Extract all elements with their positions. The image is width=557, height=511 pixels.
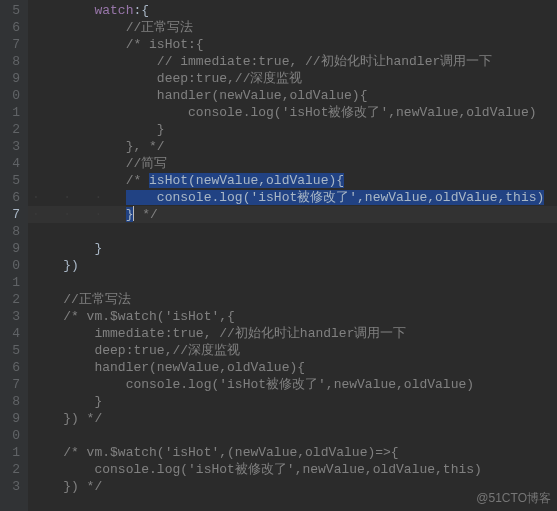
code-line[interactable]: handler(newValue,oldValue){ bbox=[28, 359, 557, 376]
whitespace-marker: · · · bbox=[32, 207, 126, 222]
code-line[interactable]: /* isHot(newValue,oldValue){ bbox=[28, 172, 557, 189]
code-token: //正常写法 bbox=[126, 20, 194, 35]
code-token: :{ bbox=[133, 3, 149, 18]
line-number: 6 bbox=[4, 189, 20, 206]
code-line[interactable]: immediate:true, //初始化时让handler调用一下 bbox=[28, 325, 557, 342]
code-line[interactable]: } bbox=[28, 240, 557, 257]
line-number: 7 bbox=[4, 36, 20, 53]
code-token: } bbox=[94, 394, 102, 409]
code-token: console.log('isHot被修改了',newValue,oldValu… bbox=[94, 462, 481, 477]
code-token: } bbox=[157, 122, 165, 137]
code-token: } bbox=[94, 241, 102, 256]
line-number: 0 bbox=[4, 87, 20, 104]
code-line[interactable]: // immediate:true, //初始化时让handler调用一下 bbox=[28, 53, 557, 70]
code-token: immediate:true, //初始化时让handler调用一下 bbox=[94, 326, 406, 341]
code-line[interactable]: //简写 bbox=[28, 155, 557, 172]
code-token: /* isHot:{ bbox=[126, 37, 204, 52]
line-number: 2 bbox=[4, 121, 20, 138]
code-line[interactable]: · · · console.log('isHot被修改了',newValue,o… bbox=[28, 189, 557, 206]
code-line[interactable]: handler(newValue,oldValue){ bbox=[28, 87, 557, 104]
code-line[interactable]: deep:true,//深度监视 bbox=[28, 70, 557, 87]
line-number: 8 bbox=[4, 53, 20, 70]
code-line[interactable]: }) */ bbox=[28, 410, 557, 427]
code-token: deep:true,//深度监视 bbox=[157, 71, 303, 86]
whitespace-marker: · · · bbox=[32, 190, 126, 205]
code-line[interactable]: deep:true,//深度监视 bbox=[28, 342, 557, 359]
line-number: 5 bbox=[4, 172, 20, 189]
line-number: 0 bbox=[4, 427, 20, 444]
line-number: 5 bbox=[4, 342, 20, 359]
line-number: 9 bbox=[4, 410, 20, 427]
watermark-text: @51CTO博客 bbox=[476, 490, 551, 507]
code-token: //正常写法 bbox=[63, 292, 131, 307]
selected-text: isHot(newValue,oldValue){ bbox=[149, 173, 344, 188]
code-line[interactable]: console.log('isHot被修改了',newValue,oldValu… bbox=[28, 461, 557, 478]
code-token: console.log('isHot被修改了',newValue,oldValu… bbox=[126, 377, 474, 392]
line-number: 6 bbox=[4, 19, 20, 36]
line-number: 9 bbox=[4, 70, 20, 87]
code-line[interactable]: /* vm.$watch('isHot',{ bbox=[28, 308, 557, 325]
line-number: 3 bbox=[4, 138, 20, 155]
line-number: 0 bbox=[4, 257, 20, 274]
code-line[interactable]: }) bbox=[28, 257, 557, 274]
line-number: 1 bbox=[4, 104, 20, 121]
code-token: handler(newValue,oldValue){ bbox=[157, 88, 368, 103]
line-number: 8 bbox=[4, 393, 20, 410]
code-line[interactable] bbox=[28, 223, 557, 240]
code-line[interactable]: watch:{ bbox=[28, 2, 557, 19]
line-number: 3 bbox=[4, 308, 20, 325]
code-token: */ bbox=[134, 207, 157, 222]
code-token: // immediate:true, //初始化时让handler调用一下 bbox=[157, 54, 492, 69]
line-number: 3 bbox=[4, 478, 20, 495]
code-line[interactable]: //正常写法 bbox=[28, 291, 557, 308]
line-number: 6 bbox=[4, 359, 20, 376]
code-line[interactable]: //正常写法 bbox=[28, 19, 557, 36]
code-line[interactable]: } bbox=[28, 121, 557, 138]
code-line[interactable]: · · · } */ bbox=[28, 206, 557, 223]
code-line[interactable]: } bbox=[28, 393, 557, 410]
code-token: }) */ bbox=[63, 479, 102, 494]
line-number: 7 bbox=[4, 206, 20, 223]
code-line[interactable]: /* vm.$watch('isHot',(newValue,oldValue)… bbox=[28, 444, 557, 461]
line-number: 5 bbox=[4, 2, 20, 19]
code-token: /* bbox=[126, 173, 149, 188]
line-number-gutter: 56789012345678901234567890123 bbox=[0, 0, 28, 511]
selected-text: console.log('isHot被修改了',newValue,oldValu… bbox=[126, 190, 545, 205]
code-token: //简写 bbox=[126, 156, 168, 171]
code-token: handler(newValue,oldValue){ bbox=[94, 360, 305, 375]
code-area[interactable]: watch:{ //正常写法 /* isHot:{ // immediate:t… bbox=[28, 0, 557, 511]
code-token: /* vm.$watch('isHot',{ bbox=[63, 309, 235, 324]
line-number: 1 bbox=[4, 444, 20, 461]
code-line[interactable] bbox=[28, 274, 557, 291]
line-number: 4 bbox=[4, 325, 20, 342]
line-number: 4 bbox=[4, 155, 20, 172]
line-number: 2 bbox=[4, 291, 20, 308]
line-number: 1 bbox=[4, 274, 20, 291]
code-token: }) */ bbox=[63, 411, 102, 426]
line-number: 7 bbox=[4, 376, 20, 393]
code-line[interactable]: console.log('isHot被修改了',newValue,oldValu… bbox=[28, 104, 557, 121]
code-token: deep:true,//深度监视 bbox=[94, 343, 240, 358]
line-number: 2 bbox=[4, 461, 20, 478]
line-number: 8 bbox=[4, 223, 20, 240]
code-line[interactable]: console.log('isHot被修改了',newValue,oldValu… bbox=[28, 376, 557, 393]
line-number: 9 bbox=[4, 240, 20, 257]
code-token: console.log('isHot被修改了',newValue,oldValu… bbox=[188, 105, 536, 120]
code-editor[interactable]: 56789012345678901234567890123 watch:{ //… bbox=[0, 0, 557, 511]
code-token: }) bbox=[63, 258, 79, 273]
code-token: /* vm.$watch('isHot',(newValue,oldValue)… bbox=[63, 445, 398, 460]
code-line[interactable]: /* isHot:{ bbox=[28, 36, 557, 53]
code-token: watch bbox=[94, 3, 133, 18]
code-token: }, */ bbox=[126, 139, 165, 154]
code-line[interactable]: }, */ bbox=[28, 138, 557, 155]
code-line[interactable] bbox=[28, 427, 557, 444]
selected-text: } bbox=[126, 207, 134, 222]
